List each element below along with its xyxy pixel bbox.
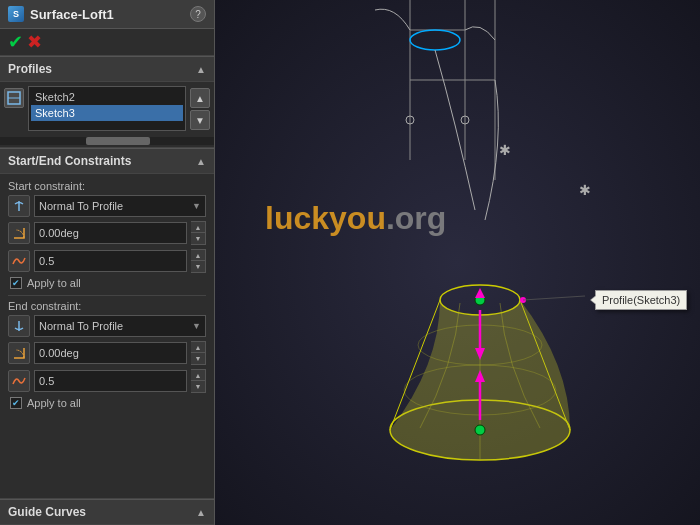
constraints-chevron: ▲: [196, 156, 206, 167]
scroll-thumb: [86, 137, 150, 145]
end-constraint-dropdown[interactable]: Normal To Profile ▼: [34, 315, 206, 337]
end-tangent-value: 0.5: [39, 375, 54, 387]
profiles-arrows: ▲ ▼: [190, 86, 210, 131]
canvas-area[interactable]: ✱ ✱ luckyou.o: [215, 0, 700, 525]
guide-curves-section: Guide Curves ▲: [0, 498, 214, 525]
start-angle-decrement[interactable]: ▼: [191, 233, 205, 244]
start-tangent-icon: [8, 250, 30, 272]
profiles-header[interactable]: Profiles ▲: [0, 56, 214, 82]
scene-svg: ✱ ✱: [215, 0, 700, 525]
end-tangent-decrement[interactable]: ▼: [191, 381, 205, 392]
start-angle-icon: [8, 222, 30, 244]
start-constraint-row: Normal To Profile ▼: [8, 195, 206, 217]
start-angle-spinner: ▲ ▼: [191, 221, 206, 245]
cancel-button[interactable]: ✖: [27, 33, 42, 51]
svg-text:✱: ✱: [499, 142, 511, 158]
tooltip: Profile(Sketch3): [595, 290, 687, 310]
divider-1: [8, 295, 206, 296]
end-tangent-icon: [8, 370, 30, 392]
constraints-header[interactable]: Start/End Constraints ▲: [0, 148, 214, 174]
guide-curves-title: Guide Curves: [8, 505, 86, 519]
start-angle-input[interactable]: 0.00deg: [34, 222, 187, 244]
help-button[interactable]: ?: [190, 6, 206, 22]
profile-item-sketch3[interactable]: Sketch3: [31, 105, 183, 121]
start-tangent-value: 0.5: [39, 255, 54, 267]
profiles-chevron: ▲: [196, 64, 206, 75]
start-tangent-row: 0.5 ▲ ▼: [8, 249, 206, 273]
action-buttons: ✔ ✖: [0, 29, 214, 56]
profile-sketch-icon[interactable]: [4, 88, 24, 108]
end-constraint-icon: [8, 315, 30, 337]
profiles-list[interactable]: Sketch2 Sketch3: [28, 86, 186, 131]
guide-curves-header[interactable]: Guide Curves ▲: [0, 499, 214, 525]
start-tangent-input[interactable]: 0.5: [34, 250, 187, 272]
profiles-content: Sketch2 Sketch3 ▲ ▼: [0, 82, 214, 135]
end-angle-icon: [8, 342, 30, 364]
guide-curves-chevron: ▲: [196, 507, 206, 518]
end-tangent-input[interactable]: 0.5: [34, 370, 187, 392]
tooltip-text: Profile(Sketch3): [602, 294, 680, 306]
start-angle-row: 0.00deg ▲ ▼: [8, 221, 206, 245]
feature-icon: S: [8, 6, 24, 22]
end-apply-all-label: Apply to all: [27, 397, 81, 409]
watermark-part2: .org: [386, 200, 446, 236]
end-angle-spinner: ▲ ▼: [191, 341, 206, 365]
start-constraint-label: Start constraint:: [8, 180, 206, 192]
start-constraint-dropdown[interactable]: Normal To Profile ▼: [34, 195, 206, 217]
svg-point-19: [475, 425, 485, 435]
start-angle-value: 0.00deg: [39, 227, 79, 239]
ok-button[interactable]: ✔: [8, 33, 23, 51]
watermark: luckyou.org: [265, 200, 446, 237]
start-tangent-spinner: ▲ ▼: [191, 249, 206, 273]
watermark-part1: luckyou: [265, 200, 386, 236]
end-tangent-increment[interactable]: ▲: [191, 370, 205, 381]
end-apply-all-checkbox[interactable]: ✔: [10, 397, 22, 409]
title-bar: S Surface-Loft1 ?: [0, 0, 214, 29]
profiles-icons: [4, 86, 24, 131]
end-constraint-value: Normal To Profile: [39, 320, 123, 332]
end-angle-decrement[interactable]: ▼: [191, 353, 205, 364]
profiles-section: Profiles ▲ Sketch2 Sketch3 ▲ ▼: [0, 56, 214, 148]
constraints-section: Start/End Constraints ▲ Start constraint…: [0, 148, 214, 498]
scroll-indicator: [0, 137, 214, 145]
start-apply-all-label: Apply to all: [27, 277, 81, 289]
start-apply-all-row: ✔ Apply to all: [8, 277, 206, 289]
start-apply-all-checkbox[interactable]: ✔: [10, 277, 22, 289]
start-dropdown-arrow: ▼: [192, 201, 201, 211]
svg-point-7: [410, 30, 460, 50]
start-tangent-decrement[interactable]: ▼: [191, 261, 205, 272]
start-constraint-icon: [8, 195, 30, 217]
end-constraint-label: End constraint:: [8, 300, 206, 312]
start-constraint-value: Normal To Profile: [39, 200, 123, 212]
left-panel: S Surface-Loft1 ? ✔ ✖ Profiles ▲ Sketch2: [0, 0, 215, 525]
profile-item-sketch2[interactable]: Sketch2: [31, 89, 183, 105]
svg-text:✱: ✱: [579, 182, 591, 198]
end-angle-row: 0.00deg ▲ ▼: [8, 341, 206, 365]
move-down-button[interactable]: ▼: [190, 110, 210, 130]
end-angle-increment[interactable]: ▲: [191, 342, 205, 353]
end-apply-all-row: ✔ Apply to all: [8, 397, 206, 409]
end-dropdown-arrow: ▼: [192, 321, 201, 331]
end-angle-input[interactable]: 0.00deg: [34, 342, 187, 364]
constraints-title: Start/End Constraints: [8, 154, 131, 168]
move-up-button[interactable]: ▲: [190, 88, 210, 108]
svg-line-27: [523, 296, 585, 300]
svg-marker-23: [475, 288, 485, 298]
start-tangent-increment[interactable]: ▲: [191, 250, 205, 261]
end-tangent-row: 0.5 ▲ ▼: [8, 369, 206, 393]
constraints-content: Start constraint: Normal To Profile ▼: [0, 174, 214, 421]
end-constraint-row: Normal To Profile ▼: [8, 315, 206, 337]
start-angle-increment[interactable]: ▲: [191, 222, 205, 233]
end-tangent-spinner: ▲ ▼: [191, 369, 206, 393]
profiles-title: Profiles: [8, 62, 52, 76]
end-angle-value: 0.00deg: [39, 347, 79, 359]
feature-title: Surface-Loft1: [30, 7, 184, 22]
